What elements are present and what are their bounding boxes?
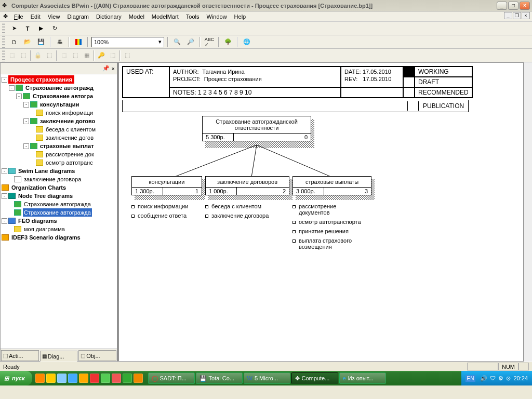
zoom-in-button[interactable]: 🔍	[171, 36, 183, 48]
play-tool[interactable]: ▶	[35, 23, 47, 34]
vertical-scrollbar[interactable]	[524, 62, 532, 362]
palette-button[interactable]	[73, 36, 84, 48]
title-bar: ✥ Computer Associates BPwin - [(A0N) Стр…	[0, 0, 532, 11]
diagram-child-2[interactable]: заключение договоров 1 000р.2	[205, 176, 289, 195]
tree-idef3[interactable]: IDEF3 Scenario diagrams	[10, 233, 82, 242]
menu-edit[interactable]: Edit	[28, 12, 44, 21]
ql-icon[interactable]	[112, 374, 121, 383]
panel-close-icon[interactable]: ×	[112, 65, 115, 72]
mm-btn6[interactable]: ▦	[81, 50, 92, 61]
spellcheck-button[interactable]: ABC✓	[204, 36, 215, 48]
ql-icon[interactable]	[57, 374, 66, 383]
refresh-tool[interactable]: ↻	[49, 23, 60, 34]
tree-item[interactable]: заключение догово	[39, 117, 96, 125]
tree-button[interactable]: 🌳	[222, 36, 234, 48]
ql-icon[interactable]	[35, 374, 45, 383]
text-tool[interactable]: T	[22, 23, 33, 34]
pointer-tool[interactable]: ➤	[8, 23, 20, 34]
tree-item[interactable]: заключение догов	[45, 134, 95, 142]
mm-lock[interactable]: 🔒	[32, 50, 44, 61]
mm-btn1[interactable]: ⬚	[6, 50, 18, 61]
tree-item-selected[interactable]: Страхование автогражда	[23, 208, 92, 217]
menu-model[interactable]: Model	[126, 12, 148, 21]
tree-item[interactable]: рассмотрение док	[45, 150, 95, 158]
mdi-minimize[interactable]: _	[504, 12, 512, 19]
mm-btn9[interactable]: ⬚	[122, 50, 133, 61]
sidebar-tab-obj[interactable]: ⬚ Obj...	[78, 350, 116, 361]
mm-btn7[interactable]: 🔑	[96, 50, 107, 61]
tree-root[interactable]: Процесс страхования	[8, 75, 74, 84]
svg-line-2	[257, 145, 332, 177]
diagram-canvas[interactable]: USED AT: AUTHOR: Тагачина Ирина PROJECT:…	[118, 62, 524, 362]
menu-view[interactable]: View	[45, 12, 63, 21]
zoom-combo[interactable]: 100%▾	[91, 37, 164, 47]
menu-file[interactable]: File	[11, 12, 26, 21]
tree-item[interactable]: страховые выплат	[39, 142, 95, 150]
tree-item[interactable]: Страхование автогра	[32, 92, 94, 100]
menu-tools[interactable]: Tools	[183, 12, 203, 21]
sidebar-tab-acti[interactable]: ⬚ Acti...	[1, 350, 39, 361]
menu-bar: ✥ File Edit View Diagram Dictionary Mode…	[0, 11, 532, 22]
minimize-button[interactable]: _	[497, 2, 507, 10]
tray-icon[interactable]: ⚙	[498, 375, 503, 382]
tray-icon[interactable]: 🔊	[480, 375, 487, 382]
menu-modelmart[interactable]: ModelMart	[149, 12, 182, 21]
tray-icon[interactable]: ⊙	[506, 375, 511, 382]
clock[interactable]: 20:24	[513, 375, 528, 381]
mm-btn8[interactable]: ⬚	[107, 50, 118, 61]
ql-icon[interactable]	[90, 374, 99, 383]
world-button[interactable]: 🌐	[241, 36, 252, 48]
mm-btn2[interactable]: ⬚	[18, 50, 29, 61]
close-button[interactable]: ×	[520, 2, 530, 10]
zoom-out-button[interactable]: 🔎	[185, 36, 196, 48]
ql-icon[interactable]	[68, 374, 77, 383]
tree-item[interactable]: поиск информаци	[45, 109, 94, 117]
mdi-close[interactable]: ×	[522, 12, 530, 19]
mm-btn4[interactable]: ⬚	[58, 50, 70, 61]
menu-diagram[interactable]: Diagram	[64, 12, 92, 21]
tree-swim[interactable]: Swim Lane diagrams	[17, 167, 76, 175]
new-button[interactable]: 🗋	[8, 36, 20, 48]
mm-btn5[interactable]: ⬚	[70, 50, 81, 61]
menu-window[interactable]: Window	[203, 12, 230, 21]
ql-icon[interactable]	[134, 374, 143, 383]
diagram-child-3-list: рассмотрение документов осмотр автотранс…	[292, 203, 365, 253]
tree-item[interactable]: беседа с клиентом	[45, 125, 97, 134]
pin-icon[interactable]: 📌	[102, 65, 110, 72]
start-button[interactable]: ⊞ пуск	[0, 371, 32, 385]
taskbar-task[interactable]: ◯SADT: П...	[148, 373, 195, 384]
language-indicator[interactable]: EN	[466, 375, 476, 382]
diagram-root-node[interactable]: Страхование автогражданской ответственно…	[202, 116, 311, 141]
mm-btn3[interactable]: ⬚	[44, 50, 55, 61]
taskbar-task-active[interactable]: ✥Compute...	[291, 373, 338, 384]
sidebar-tab-diag[interactable]: ▦ Diag...	[40, 351, 78, 362]
tree-nodetree[interactable]: Node Tree diagrams	[17, 192, 74, 200]
tree-item[interactable]: Страхование автогражд	[24, 84, 95, 92]
ql-icon[interactable]	[46, 374, 56, 383]
ql-icon[interactable]	[79, 374, 88, 383]
tree-org[interactable]: Organization Charts	[10, 183, 67, 192]
tree-view[interactable]: -Процесс страхования -Страхование автогр…	[1, 74, 117, 349]
ql-icon[interactable]	[101, 374, 110, 383]
status-ready: Ready	[3, 364, 20, 370]
taskbar-task[interactable]: 💾Total Co...	[196, 373, 243, 384]
tree-item[interactable]: осмотр автотранс	[45, 158, 94, 167]
maximize-button[interactable]: □	[508, 2, 518, 10]
diagram-child-1[interactable]: консультации 1 300р.1	[131, 176, 202, 195]
tree-item[interactable]: заключение договора	[23, 175, 82, 183]
taskbar-task[interactable]: eИз опыт...	[339, 373, 386, 384]
taskbar-task[interactable]: W5 Micro...	[244, 373, 290, 384]
diagram-child-3[interactable]: страховые выплаты 3 000р.3	[292, 176, 371, 195]
open-button[interactable]: 📂	[22, 36, 33, 48]
menu-help[interactable]: Help	[231, 12, 249, 21]
menu-dictionary[interactable]: Dictionary	[93, 12, 125, 21]
mdi-restore[interactable]: ❐	[513, 12, 521, 19]
tray-icon[interactable]: 🛡	[490, 375, 496, 381]
tree-item[interactable]: Страхование автогражда	[23, 200, 92, 208]
tree-feo[interactable]: FEO diagrams	[17, 217, 58, 225]
ql-icon[interactable]	[123, 374, 132, 383]
save-button[interactable]: 💾	[35, 36, 47, 48]
print-button[interactable]: 🖶	[54, 36, 65, 48]
tree-item[interactable]: моя диаграмма	[23, 225, 66, 233]
tree-item[interactable]: консультации	[39, 100, 80, 109]
